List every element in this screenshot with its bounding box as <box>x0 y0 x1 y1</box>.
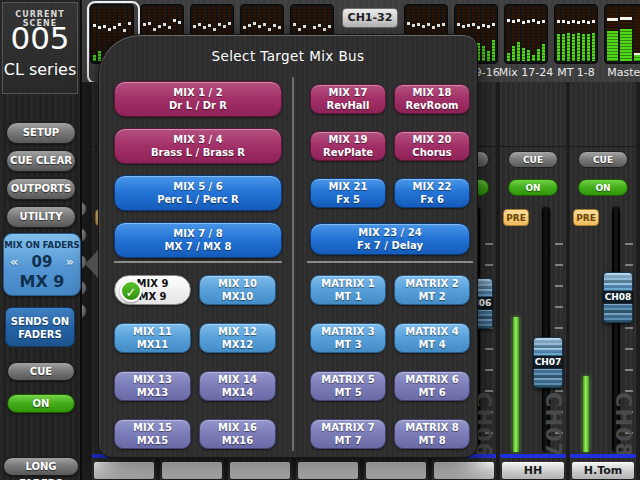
fader-position-mark <box>572 20 575 23</box>
channel-name-label <box>230 462 290 479</box>
fader-scale-tick <box>485 243 493 245</box>
fader-position-mark <box>218 23 221 26</box>
fader-position-mark <box>328 25 331 28</box>
fader-position-mark <box>123 29 126 32</box>
fader-position-mark <box>432 26 435 29</box>
mix-bus-button-mix-10[interactable]: MIX 10MX10 <box>199 275 276 305</box>
fader-position-mark <box>592 20 595 23</box>
mix-bus-button-mix-11[interactable]: MIX 11MX11 <box>114 323 191 353</box>
mini-meter <box>537 7 540 61</box>
mix-bus-button-mix-17[interactable]: MIX 17RevHall <box>310 84 386 114</box>
fader-position-mark <box>427 23 430 26</box>
level-bar <box>537 49 540 61</box>
next-mix-icon[interactable]: » <box>66 254 74 269</box>
fader-position-mark <box>477 26 480 29</box>
mix-bus-button-mix-20[interactable]: MIX 20Chorus <box>394 131 470 161</box>
fader-position-mark <box>442 23 445 26</box>
mix-bus-button-mix-1-2[interactable]: MIX 1 / 2Dr L / Dr R <box>114 81 282 117</box>
mini-meter <box>487 7 490 61</box>
level-bar <box>492 40 495 61</box>
mix-bus-button-mix-13[interactable]: MIX 13MX13 <box>114 371 191 401</box>
mini-meter <box>557 7 560 61</box>
meter-block[interactable] <box>504 4 548 64</box>
mix-bus-button-matrix-4[interactable]: MATRIX 4MT 4 <box>394 323 470 353</box>
mini-meter <box>562 7 565 61</box>
mix-bus-button-matrix-7[interactable]: MATRIX 7MT 7 <box>310 419 386 449</box>
level-bar <box>582 34 585 61</box>
channel-name-label <box>94 462 154 479</box>
fader-knob-label: CH07 <box>533 356 563 369</box>
mix-bus-button-mix-22[interactable]: MIX 22Fx 6 <box>394 178 470 208</box>
meter-block[interactable] <box>554 4 598 64</box>
level-bar <box>607 31 618 61</box>
cue-clear-button[interactable]: CUE CLEAR <box>6 150 76 172</box>
mix-bus-button-matrix-1[interactable]: MATRIX 1MT 1 <box>310 275 386 305</box>
fader-position-mark <box>158 25 161 28</box>
level-bar <box>620 29 631 61</box>
mix-bus-button-matrix-6[interactable]: MATRIX 6MT 6 <box>394 371 470 401</box>
sends-on-faders-line2: FADERS <box>18 329 61 340</box>
mix-bus-button-mix-15[interactable]: MIX 15MX15 <box>114 419 191 449</box>
fader-position-mark <box>143 23 146 26</box>
channel-on-button[interactable]: ON <box>508 179 558 196</box>
channel-cue-button[interactable]: CUE <box>578 151 628 168</box>
mix-bus-button-mix-7-8[interactable]: MIX 7 / 8MX 7 / MX 8 <box>114 222 282 258</box>
level-bar <box>482 46 485 61</box>
mix-bus-button-mix-23-24[interactable]: MIX 23 / 24Fx 7 / Delay <box>310 223 470 255</box>
fader-position-mark <box>193 25 196 28</box>
mix-bus-button-matrix-2[interactable]: MATRIX 2MT 2 <box>394 275 470 305</box>
outports-button[interactable]: OUTPORTS <box>6 178 76 200</box>
level-bar <box>557 34 560 61</box>
mix-bus-button-mix-19[interactable]: MIX 19RevPlate <box>310 131 386 161</box>
channel-name-label: HH <box>502 462 564 479</box>
mix-on-faders-button[interactable]: MIX ON FADERS « 09 » MX 9 <box>3 233 81 296</box>
mix-bus-button-mix-16[interactable]: MIX 16MX16 <box>199 419 276 449</box>
current-scene-box[interactable]: CURRENT SCENE 005 CL series <box>2 2 78 94</box>
mix-bus-button-mix-21[interactable]: MIX 21Fx 5 <box>310 178 386 208</box>
fader-position-mark <box>148 22 151 25</box>
mix-bus-button-mix-18[interactable]: MIX 18RevRoom <box>394 84 470 114</box>
channel-on-button[interactable]: ON <box>578 179 628 196</box>
long-faders-button[interactable]: LONG FADERS <box>3 457 79 476</box>
fader-knob[interactable]: CH08 <box>603 272 633 323</box>
channel-name-label <box>298 462 358 479</box>
mix-bus-button-matrix-3[interactable]: MATRIX 3MT 3 <box>310 323 386 353</box>
setup-button[interactable]: SETUP <box>6 122 76 144</box>
sidebar-on-button[interactable]: ON <box>7 394 75 413</box>
console-series-label: CL series <box>3 60 77 79</box>
column-divider <box>292 77 294 451</box>
mix-bus-button-mix-14[interactable]: MIX 14MX14 <box>199 371 276 401</box>
level-bar <box>487 51 490 61</box>
sends-on-faders-button[interactable]: SENDS ON FADERS <box>5 307 75 347</box>
meter-block[interactable] <box>604 4 640 64</box>
level-bar <box>93 55 96 61</box>
meter-block-meters <box>607 7 640 61</box>
sidebar: CURRENT SCENE 005 CL series SETUP CUE CL… <box>0 0 82 480</box>
mini-meter <box>517 7 520 61</box>
mini-meter <box>577 7 580 61</box>
mix-bus-button-mix-12[interactable]: MIX 12MX12 <box>199 323 276 353</box>
sidebar-cue-button[interactable]: CUE <box>7 362 75 381</box>
mix-bus-button-mix-3-4[interactable]: MIX 3 / 4Brass L / Brass R <box>114 128 282 164</box>
fader-scale-tick <box>485 369 493 371</box>
mix-bus-button-matrix-8[interactable]: MATRIX 8MT 8 <box>394 419 470 449</box>
fader-position-mark <box>228 22 231 25</box>
fader-scale-tick <box>625 348 633 350</box>
mix-bus-button-mix-9[interactable]: MIX 9MX 9✓ <box>114 275 191 305</box>
fader-position-mark <box>178 21 181 24</box>
channel-cue-button[interactable]: CUE <box>508 151 558 168</box>
mix-bus-button-mix-5-6[interactable]: MIX 5 / 6Perc L / Perc R <box>114 175 282 211</box>
mini-meter <box>93 7 96 61</box>
channel-name-label <box>366 462 426 479</box>
mix-bus-button-matrix-5[interactable]: MATRIX 5MT 5 <box>310 371 386 401</box>
level-bar <box>634 55 640 61</box>
channel-bank-button[interactable]: CH1-32 <box>342 8 398 28</box>
fader-knob[interactable]: CH07 <box>533 337 563 388</box>
fader-position-mark <box>562 20 565 23</box>
utility-button[interactable]: UTILITY <box>6 206 76 228</box>
fader-position-mark <box>298 28 301 31</box>
fader-position-mark <box>208 24 211 27</box>
fader-position-mark <box>118 23 121 26</box>
fader-position-mark <box>318 24 321 27</box>
fader-position-mark <box>587 21 590 24</box>
